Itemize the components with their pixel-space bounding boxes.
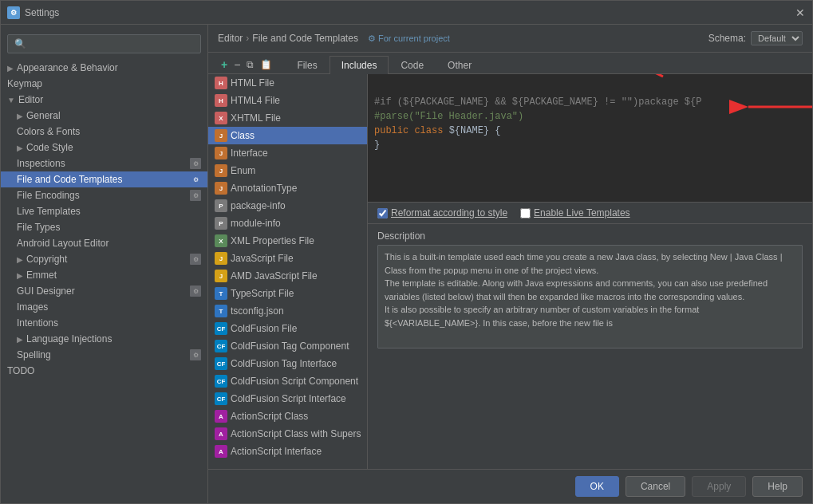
sidebar-item-images[interactable]: Images <box>1 299 207 315</box>
sidebar-item-live-templates[interactable]: Live Templates <box>1 203 207 219</box>
cf-icon: CF <box>215 340 227 352</box>
file-item-html4[interactable]: H HTML4 File <box>208 92 367 109</box>
file-item-class[interactable]: J Class <box>208 127 367 144</box>
description-text[interactable] <box>377 245 803 348</box>
file-item-label: JavaScript File <box>231 253 294 264</box>
sidebar-item-todo[interactable]: TODO <box>1 363 207 379</box>
cancel-button[interactable]: Cancel <box>626 476 685 497</box>
sidebar-item-file-encodings[interactable]: File Encodings ⚙ <box>1 187 207 203</box>
pkg-icon: P <box>215 217 227 230</box>
apply-button[interactable]: Apply <box>692 476 746 497</box>
close-button[interactable]: ✕ <box>795 7 806 18</box>
file-item-ts[interactable]: T TypeScript File <box>208 285 367 302</box>
file-item-cf-tag-iface[interactable]: CF ColdFusion Tag Interface <box>208 355 367 372</box>
file-item-label: ActionScript Class <box>231 411 308 422</box>
breadcrumb-current: File and Code Templates <box>252 33 358 44</box>
file-item-label: package-info <box>231 200 286 211</box>
sidebar-item-general[interactable]: ▶ General <box>1 108 207 124</box>
file-item-label: HTML4 File <box>231 95 280 106</box>
file-item-cf-script-iface[interactable]: CF ColdFusion Script Interface <box>208 390 367 408</box>
badge-icon: ⚙ <box>190 285 201 297</box>
file-item-tsconfig[interactable]: T tsconfig.json <box>208 302 367 320</box>
badge-icon: ⚙ <box>190 190 201 201</box>
schema-label: Schema: <box>708 33 746 44</box>
file-item-label: TypeScript File <box>231 288 294 299</box>
add-button[interactable]: + <box>218 57 231 73</box>
file-item-label: XML Properties File <box>231 235 314 246</box>
file-item-xhtml[interactable]: X XHTML File <box>208 109 367 127</box>
tab-other[interactable]: Other <box>436 56 483 74</box>
file-item-xml-props[interactable]: X XML Properties File <box>208 232 367 250</box>
html-icon: H <box>215 77 227 89</box>
code-editor[interactable]: #if (${PACKAGE_NAME} && ${PACKAGE_NAME} … <box>368 74 812 202</box>
file-item-enum[interactable]: J Enum <box>208 162 367 179</box>
right-section: #if (${PACKAGE_NAME} && ${PACKAGE_NAME} … <box>368 74 812 469</box>
breadcrumb: Editor › File and Code Templates ⚙ For c… <box>218 33 450 44</box>
sidebar-item-label: Android Layout Editor <box>17 238 109 249</box>
xhtml-icon: X <box>215 112 227 124</box>
remove-button[interactable]: − <box>231 57 243 73</box>
file-item-cf[interactable]: CF ColdFusion File <box>208 320 367 337</box>
sidebar-item-gui-designer[interactable]: GUI Designer ⚙ <box>1 283 207 299</box>
ts-icon: T <box>215 287 227 300</box>
sidebar-item-colors-fonts[interactable]: Colors & Fonts <box>1 124 207 140</box>
sidebar-item-file-types[interactable]: File Types <box>1 219 207 235</box>
file-item-annotation[interactable]: J AnnotationType <box>208 179 367 197</box>
live-templates-option[interactable]: Enable Live Templates <box>520 207 630 219</box>
sidebar-item-spelling[interactable]: Spelling ⚙ <box>1 347 207 363</box>
file-item-module-info[interactable]: P module-info <box>208 215 367 232</box>
file-item-as-iface[interactable]: A ActionScript Interface <box>208 443 367 460</box>
file-item-html[interactable]: H HTML File <box>208 74 367 92</box>
arrow-icon: ▼ <box>7 96 15 104</box>
copy-button[interactable]: ⧉ <box>243 57 257 72</box>
js-icon: J <box>215 252 227 265</box>
sidebar-item-keymap[interactable]: Keymap <box>1 76 207 92</box>
tab-files[interactable]: Files <box>285 56 329 74</box>
file-item-amd-js[interactable]: J AMD JavaScript File <box>208 267 367 285</box>
file-item-label: HTML File <box>231 77 274 89</box>
file-item-as-supers[interactable]: A ActionScript Class with Supers <box>208 425 367 443</box>
file-item-interface[interactable]: J Interface <box>208 144 367 162</box>
sidebar-item-label: General <box>26 110 61 121</box>
sidebar-item-inspections[interactable]: Inspections ⚙ <box>1 156 207 171</box>
file-item-as-class[interactable]: A ActionScript Class <box>208 408 367 425</box>
sidebar-item-emmet[interactable]: ▶ Emmet <box>1 267 207 283</box>
sidebar-item-android-layout[interactable]: Android Layout Editor <box>1 235 207 251</box>
sidebar-item-code-style[interactable]: ▶ Code Style <box>1 140 207 156</box>
sidebar-item-editor[interactable]: ▼ Editor <box>1 92 207 108</box>
ok-button[interactable]: OK <box>575 476 619 497</box>
sidebar-item-intentions[interactable]: Intentions <box>1 315 207 331</box>
reformat-option[interactable]: Reformat according to style <box>377 207 507 219</box>
sidebar: ▶ Appearance & Behavior Keymap ▼ Editor … <box>1 25 208 503</box>
description-area: Description <box>368 223 812 469</box>
file-item-label: ActionScript Interface <box>231 446 322 457</box>
window-title: Settings <box>25 7 59 18</box>
sidebar-item-label: Images <box>17 301 48 313</box>
badge-icon: ⚙ <box>190 174 201 185</box>
sidebar-item-label: Language Injections <box>26 333 112 345</box>
reformat-checkbox[interactable] <box>377 208 388 219</box>
tab-includes[interactable]: Includes <box>330 56 389 74</box>
file-item-cf-script-comp[interactable]: CF ColdFusion Script Component <box>208 372 367 390</box>
sidebar-item-appearance[interactable]: ▶ Appearance & Behavior <box>1 60 207 76</box>
sidebar-item-copyright[interactable]: ▶ Copyright ⚙ <box>1 251 207 267</box>
help-button[interactable]: Help <box>752 476 803 497</box>
reformat-label: Reformat according to style <box>391 207 507 219</box>
copy-file-button[interactable]: 📋 <box>257 57 275 72</box>
as-icon: A <box>215 445 227 458</box>
live-templates-checkbox[interactable] <box>520 208 531 219</box>
title-bar-left: ⚙ Settings <box>7 6 59 19</box>
file-item-label: module-info <box>231 218 281 229</box>
sidebar-item-file-code-templates[interactable]: File and Code Templates ⚙ <box>1 171 207 187</box>
search-input[interactable] <box>7 34 201 53</box>
ts-icon: T <box>215 305 227 317</box>
schema-select[interactable]: Default Project <box>751 31 803 45</box>
pkg-icon: P <box>215 199 227 212</box>
breadcrumb-project: ⚙ For current project <box>368 33 450 44</box>
file-item-js[interactable]: J JavaScript File <box>208 250 367 267</box>
file-item-cf-tag-comp[interactable]: CF ColdFusion Tag Component <box>208 337 367 355</box>
sidebar-item-label: File and Code Templates <box>17 174 123 185</box>
file-item-package-info[interactable]: P package-info <box>208 197 367 215</box>
tab-code[interactable]: Code <box>389 56 436 74</box>
sidebar-item-lang-injections[interactable]: ▶ Language Injections <box>1 331 207 347</box>
